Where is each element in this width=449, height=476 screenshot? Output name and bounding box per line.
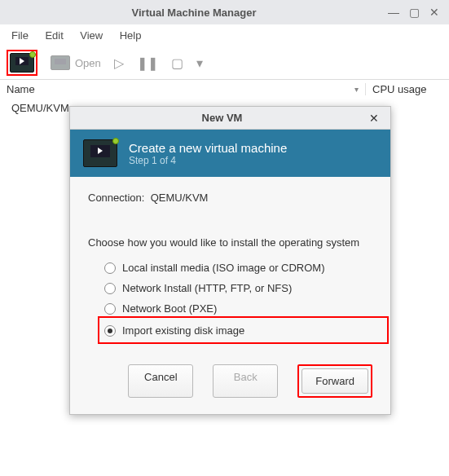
connection-label: Connection: [88,192,144,204]
highlight-import [98,316,389,344]
help-menu[interactable]: Help [113,26,148,45]
dialog-titlebar: New VM ✕ [70,107,390,130]
cancel-button[interactable]: Cancel [128,364,193,398]
radio-icon [104,303,116,315]
radio-label: Local install media (ISO image or CDROM) [122,262,325,274]
radio-network-boot[interactable]: Network Boot (PXE) [104,302,372,315]
maximize-icon[interactable]: ▢ [404,6,425,19]
highlight-new-vm [7,50,37,76]
toolbar: Open ▷ ❚❚ ▢ ▾ [0,46,449,80]
list-header: Name ▾ CPU usage [0,80,449,95]
play-icon[interactable]: ▷ [114,55,124,71]
close-icon[interactable]: ✕ [425,6,444,19]
sort-icon[interactable]: ▾ [354,85,359,94]
open-button[interactable]: Open [51,55,101,70]
dialog-footer: Cancel Back Forward [70,353,390,414]
new-vm-dialog: New VM ✕ Create a new virtual machine St… [69,106,391,415]
pause-icon[interactable]: ❚❚ [137,55,158,71]
menubar: File Edit View Help [0,24,449,46]
radio-network-install[interactable]: Network Install (HTTP, FTP, or NFS) [104,282,372,294]
dialog-body: Connection: QEMU/KVM Choose how you woul… [70,177,390,353]
forward-button[interactable]: Forward [302,368,368,394]
radio-icon [104,262,116,274]
new-vm-icon[interactable] [10,53,34,73]
highlight-forward: Forward [297,364,372,398]
dialog-header: Create a new virtual machine Step 1 of 4 [70,130,390,177]
view-menu[interactable]: View [73,26,109,45]
edit-menu[interactable]: Edit [38,26,69,45]
dialog-title: New VM [78,112,366,124]
minimize-icon[interactable]: — [383,6,404,19]
shutdown-icon[interactable]: ▢ [171,55,183,71]
radio-import-disk[interactable]: Import existing disk image [104,323,372,338]
dropdown-icon[interactable]: ▾ [196,55,203,71]
monitor-icon [51,55,70,70]
radio-icon [104,283,116,294]
col-name[interactable]: Name [7,83,35,95]
back-button[interactable]: Back [213,364,278,398]
radio-local-install[interactable]: Local install media (ISO image or CDROM) [104,262,372,274]
dialog-close-icon[interactable]: ✕ [366,112,382,125]
radio-label: Network Install (HTTP, FTP, or NFS) [122,282,292,294]
connection-value: QEMU/KVM [151,192,209,204]
open-label: Open [75,57,101,69]
choose-label: Choose how you would like to install the… [88,236,372,249]
window-title: Virtual Machine Manager [5,7,383,19]
install-options: Local install media (ISO image or CDROM)… [104,262,372,338]
vm-icon [83,139,117,167]
window-titlebar: Virtual Machine Manager — ▢ ✕ [0,0,449,24]
col-cpu[interactable]: CPU usage [365,83,442,95]
dialog-heading: Create a new virtual machine [129,141,287,155]
file-menu[interactable]: File [5,26,35,45]
radio-label: Network Boot (PXE) [122,302,217,315]
dialog-step: Step 1 of 4 [129,155,287,166]
